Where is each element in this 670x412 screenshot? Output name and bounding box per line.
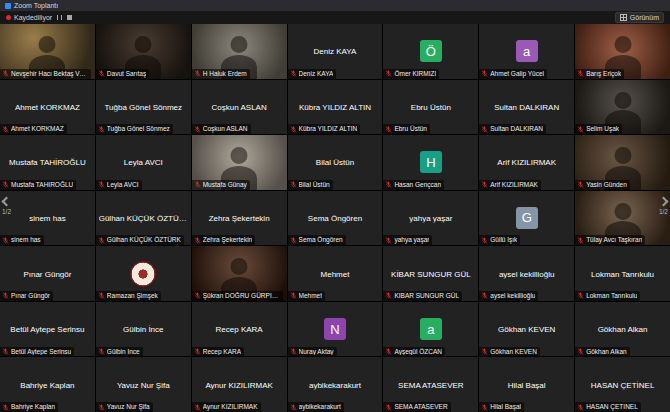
participant-name-label-text: Ömer KIRMIZI (394, 70, 436, 78)
participant-tile[interactable]: SEMA ATASEVER SEMA ATASEVER (383, 357, 478, 412)
participant-tile[interactable]: H Haluk Erdem (192, 24, 287, 79)
participant-name-label-text: Ebru Üstün (394, 125, 427, 133)
participant-tile[interactable]: Nevşehir Hacı Bektaş Veli Üniversitesi (0, 24, 95, 79)
participant-display-name: Coşkun ASLAN (195, 102, 284, 111)
participant-tile[interactable]: Mustafa TAHİROĞLU Mustafa TAHİROĞLU (0, 135, 95, 190)
participant-tile[interactable]: Betül Aytepe Serinsu Betül Aytepe Serins… (0, 302, 95, 357)
participant-tile[interactable]: Sema Öngören Sema Öngören (288, 191, 383, 246)
participant-tile[interactable]: G Güllü Işık (479, 191, 574, 246)
participant-tile[interactable]: Kübra YILDIZ ALTIN Kübra YILDIZ ALTIN (288, 80, 383, 135)
participant-tile[interactable]: a Ahmet Galip Yücel (479, 24, 574, 79)
participant-name-label-text: Lokman Tanrıkulu (586, 292, 637, 300)
muted-mic-icon (2, 126, 9, 133)
muted-mic-icon (194, 70, 201, 77)
participant-display-name: Gülhan KÜÇÜK ÖZTÜRK (99, 213, 188, 222)
participant-display-name: Gökhan KEVEN (482, 325, 571, 334)
window-titlebar: Zoom Toplantı (0, 0, 670, 11)
participant-display-name: Mehmet (290, 269, 379, 278)
participant-tile[interactable]: N Nuray Aktay (288, 302, 383, 357)
participant-tile[interactable]: aysel kekillioğlu aysel kekillioğlu (479, 246, 574, 301)
participant-tile[interactable]: sinem has sinem has (0, 191, 95, 246)
muted-mic-icon (2, 237, 9, 244)
next-page-button[interactable]: 1/2 (659, 198, 668, 215)
participant-tile[interactable]: Hilal Başal Hilal Başal (479, 357, 574, 412)
participant-tile[interactable]: Şükran DOĞRU GÜRPINAR (192, 246, 287, 301)
participant-tile[interactable]: Ebru Üstün Ebru Üstün (383, 80, 478, 135)
participant-tile[interactable]: Sultan DALKIRAN Sultan DALKIRAN (479, 80, 574, 135)
participant-tile[interactable]: Davut Sarıtaş (96, 24, 191, 79)
participant-name-label-text: Coşkun ASLAN (203, 125, 248, 133)
participant-tile[interactable]: yahya yaşar yahya yaşar (383, 191, 478, 246)
participant-display-name: Ebru Üstün (386, 102, 475, 111)
participant-tile[interactable]: Aynur KIZILIRMAK Aynur KIZILIRMAK (192, 357, 287, 412)
participant-name-label-text: Nevşehir Hacı Bektaş Veli Üniversitesi (11, 70, 88, 78)
participant-name-label: Ebru Üstün (383, 124, 430, 134)
participant-display-name: Gülbin İnce (99, 325, 188, 334)
participant-name-label: Hilal Başal (479, 402, 524, 412)
participant-tile[interactable]: Tülay Avcı Taşkıran (575, 191, 670, 246)
participant-tile[interactable]: Gökhan KEVEN Gökhan KEVEN (479, 302, 574, 357)
participant-tile[interactable]: Ahmet KORKMAZ Ahmet KORKMAZ (0, 80, 95, 135)
participant-tile[interactable]: Deniz KAYA Deniz KAYA (288, 24, 383, 79)
previous-page-button[interactable]: 1/2 (2, 198, 11, 215)
participant-tile[interactable]: Bilal Üstün Bilal Üstün (288, 135, 383, 190)
participant-display-name: aybikekarakurt (290, 380, 379, 389)
muted-mic-icon (98, 237, 105, 244)
participant-tile[interactable]: KİBAR SUNGUR GÜL KİBAR SUNGUR GÜL (383, 246, 478, 301)
participant-name-label-text: Kübra YILDIZ ALTIN (299, 125, 358, 133)
participant-tile[interactable]: Mehmet Mehmet (288, 246, 383, 301)
muted-mic-icon (2, 70, 9, 77)
participant-tile[interactable]: Coşkun ASLAN Coşkun ASLAN (192, 80, 287, 135)
participant-name-label: Sema Öngören (288, 235, 346, 245)
participant-tile[interactable]: Pınar Güngör Pınar Güngör (0, 246, 95, 301)
participant-tile[interactable]: Yavuz Nur Şifa Yavuz Nur Şifa (96, 357, 191, 412)
participant-name-label: Sultan DALKIRAN (479, 124, 546, 134)
participant-tile[interactable]: H Hasan Gençcan (383, 135, 478, 190)
participant-tile[interactable]: Gökhan Alkan Gökhan Alkan (575, 302, 670, 357)
participant-tile[interactable]: Gülbin İnce Gülbin İnce (96, 302, 191, 357)
participant-name-label-text: sinem has (11, 236, 41, 244)
participant-tile[interactable]: Mustafa Günay (192, 135, 287, 190)
participant-tile[interactable]: Ramazan Şimşek (96, 246, 191, 301)
participant-name-label-text: Güllü Işık (490, 236, 517, 244)
view-button[interactable]: Görünüm (615, 12, 664, 23)
letter-avatar: G (516, 207, 538, 229)
participant-tile[interactable]: Leyla AVCI Leyla AVCI (96, 135, 191, 190)
participant-name-label: Kübra YILDIZ ALTIN (288, 124, 361, 134)
participant-name-label: Betül Aytepe Serinsu (0, 347, 74, 357)
muted-mic-icon (577, 70, 584, 77)
meeting-toolbar: Kaydediliyor Görünüm (0, 11, 670, 24)
participant-name-label-text: Ramazan Şimşek (107, 292, 158, 300)
muted-mic-icon (385, 126, 392, 133)
muted-mic-icon (481, 237, 488, 244)
participant-name-label: Mehmet (288, 291, 325, 301)
participant-tile[interactable]: Recep KARA Recep KARA (192, 302, 287, 357)
stop-recording-icon[interactable] (67, 15, 72, 20)
participant-name-label: Hasan Gençcan (383, 180, 444, 190)
participant-tile[interactable]: Ö Ömer KIRMIZI (383, 24, 478, 79)
participant-tile[interactable]: Lokman Tanrıkulu Lokman Tanrıkulu (575, 246, 670, 301)
participant-tile[interactable]: Gülhan KÜÇÜK ÖZTÜRK Gülhan KÜÇÜK ÖZTÜRK (96, 191, 191, 246)
muted-mic-icon (2, 348, 9, 355)
participant-tile[interactable]: Tuğba Gönel Sönmez Tuğba Gönel Sönmez (96, 80, 191, 135)
participant-tile[interactable]: aybikekarakurt aybikekarakurt (288, 357, 383, 412)
participant-tile[interactable]: Barış Eriçok (575, 24, 670, 79)
participant-tile[interactable]: a Ayşegül ÖZCAN (383, 302, 478, 357)
participant-name-label: HASAN ÇETİNEL (575, 402, 641, 412)
pause-recording-icon[interactable] (57, 15, 62, 20)
participant-tile[interactable]: Zehra Şekertekin Zehra Şekertekin (192, 191, 287, 246)
participant-tile[interactable]: HASAN ÇETİNEL HASAN ÇETİNEL (575, 357, 670, 412)
muted-mic-icon (194, 237, 201, 244)
participant-tile[interactable]: Bahriye Kaplan Bahriye Kaplan (0, 357, 95, 412)
participant-name-label-text: Tülay Avcı Taşkıran (586, 236, 642, 244)
participant-name-label: aybikekarakurt (288, 402, 344, 412)
participant-tile[interactable]: Arif KIZILIRMAK Arif KIZILIRMAK (479, 135, 574, 190)
profile-logo (130, 261, 156, 287)
letter-avatar: a (420, 318, 442, 340)
participant-name-label: Bilal Üstün (288, 180, 333, 190)
participant-name-label: KİBAR SUNGUR GÜL (383, 291, 462, 301)
muted-mic-icon (194, 404, 201, 411)
participant-tile[interactable]: Yasin Günden (575, 135, 670, 190)
participant-name-label-text: Pınar Güngör (11, 292, 50, 300)
participant-tile[interactable]: Selim Uşak (575, 80, 670, 135)
